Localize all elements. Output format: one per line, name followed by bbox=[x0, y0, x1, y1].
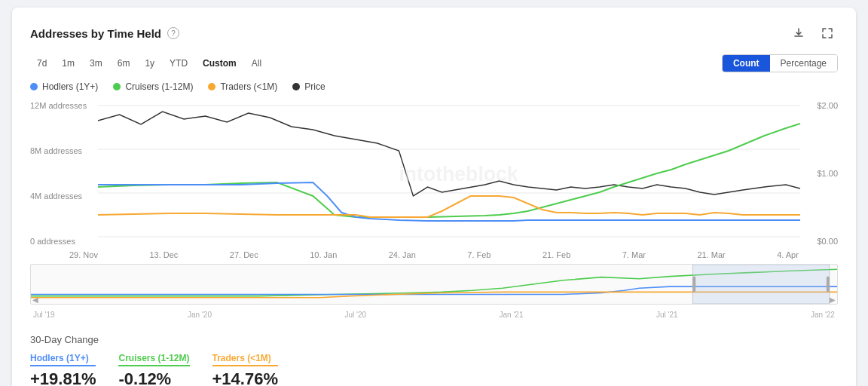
scroll-right-arrow[interactable]: ▶ bbox=[830, 296, 836, 304]
hodlers-change-label: Hodlers (1Y+) bbox=[30, 353, 96, 366]
cruisers-change-label: Cruisers (1-12M) bbox=[118, 353, 189, 366]
x-label-1: 13. Dec bbox=[149, 250, 178, 259]
main-chart-svg: intotheblock bbox=[98, 98, 800, 249]
time-btn-3m[interactable]: 3m bbox=[83, 56, 109, 71]
y-label-12m: 12M addresses bbox=[30, 101, 98, 110]
hodlers-change-value: +19.81% bbox=[30, 369, 96, 386]
cruisers-dot bbox=[113, 83, 121, 90]
help-icon[interactable]: ? bbox=[167, 27, 179, 39]
title-row: Addresses by Time Held ? bbox=[30, 27, 179, 40]
traders-dot bbox=[208, 83, 215, 90]
y-label-0: 0 addresses bbox=[30, 237, 98, 246]
legend-cruisers: Cruisers (1-12M) bbox=[113, 81, 193, 92]
legend-price: Price bbox=[292, 81, 325, 92]
thirty-day-traders: Traders (<1M) +14.76% bbox=[212, 353, 278, 386]
time-btn-7d[interactable]: 7d bbox=[30, 56, 53, 71]
x-axis-labels: 29. Nov 13. Dec 27. Dec 10. Jan 24. Jan … bbox=[30, 249, 838, 259]
thirty-day-cruisers: Cruisers (1-12M) -0.12% bbox=[118, 353, 189, 386]
x-label-2: 27. Dec bbox=[230, 250, 258, 259]
thirty-day-title: 30-Day Change bbox=[30, 334, 838, 345]
addresses-by-time-held-card: Addresses by Time Held ? 7d 1m 3m 6m 1y … bbox=[12, 8, 856, 386]
mini-x-4: Jul '21 bbox=[656, 311, 678, 319]
x-label-7: 7. Mar bbox=[622, 250, 646, 259]
y-right-2: $2.00 bbox=[803, 101, 838, 110]
x-label-6: 21. Feb bbox=[542, 250, 570, 259]
mini-chart-container[interactable]: ◀ ▶ bbox=[30, 264, 838, 305]
mini-x-2: Jul '20 bbox=[344, 311, 366, 319]
mini-x-labels: Jul '19 Jan '20 Jul '20 Jan '21 Jul '21 … bbox=[30, 311, 838, 319]
x-label-5: 7. Feb bbox=[467, 250, 491, 259]
time-btn-all[interactable]: All bbox=[245, 56, 268, 71]
mini-x-1: Jan '20 bbox=[188, 311, 212, 319]
traders-change-label: Traders (<1M) bbox=[212, 353, 278, 366]
svg-text:intotheblock: intotheblock bbox=[399, 161, 518, 185]
download-button[interactable] bbox=[788, 23, 809, 44]
price-dot bbox=[292, 83, 300, 90]
card-header: Addresses by Time Held ? bbox=[30, 23, 838, 44]
time-filter-row: 7d 1m 3m 6m 1y YTD Custom All Count Perc… bbox=[30, 54, 838, 72]
card-title: Addresses by Time Held bbox=[30, 27, 161, 40]
y-label-4m: 4M addresses bbox=[30, 191, 98, 201]
x-label-0: 29. Nov bbox=[69, 250, 98, 259]
legend-row: Hodlers (1Y+) Cruisers (1-12M) Traders (… bbox=[30, 81, 838, 92]
mini-scroll-arrows: ◀ ▶ bbox=[31, 295, 837, 304]
cruisers-label: Cruisers (1-12M) bbox=[125, 81, 193, 92]
hodlers-label: Hodlers (1Y+) bbox=[42, 81, 98, 92]
x-label-8: 21. Mar bbox=[697, 250, 725, 259]
x-label-4: 24. Jan bbox=[389, 250, 416, 259]
x-label-9: 4. Apr bbox=[777, 250, 799, 259]
y-axis-left: 12M addresses 8M addresses 4M addresses … bbox=[30, 98, 98, 249]
hodlers-dot bbox=[30, 83, 38, 90]
header-actions bbox=[788, 23, 838, 44]
time-btn-custom[interactable]: Custom bbox=[196, 56, 243, 71]
legend-hodlers: Hodlers (1Y+) bbox=[30, 81, 98, 92]
time-buttons: 7d 1m 3m 6m 1y YTD Custom All bbox=[30, 56, 268, 71]
price-label: Price bbox=[304, 81, 325, 92]
time-btn-1y[interactable]: 1y bbox=[138, 56, 161, 71]
mini-x-0: Jul '19 bbox=[33, 311, 55, 319]
y-right-1: $1.00 bbox=[803, 169, 838, 178]
svg-rect-6 bbox=[692, 277, 695, 293]
time-btn-6m[interactable]: 6m bbox=[111, 56, 137, 71]
legend-traders: Traders (<1M) bbox=[208, 81, 277, 92]
view-toggle: Count Percentage bbox=[722, 54, 838, 72]
time-btn-ytd[interactable]: YTD bbox=[163, 56, 194, 71]
thirty-day-hodlers: Hodlers (1Y+) +19.81% bbox=[30, 353, 96, 386]
y-label-8m: 8M addresses bbox=[30, 146, 98, 155]
scroll-left-arrow[interactable]: ◀ bbox=[32, 296, 38, 304]
svg-rect-7 bbox=[827, 277, 830, 293]
traders-label: Traders (<1M) bbox=[220, 81, 277, 92]
expand-button[interactable] bbox=[817, 23, 838, 44]
x-label-3: 10. Jan bbox=[310, 250, 337, 259]
cruisers-change-value: -0.12% bbox=[118, 369, 189, 386]
mini-x-5: Jan '22 bbox=[811, 311, 835, 319]
thirty-day-cols: Hodlers (1Y+) +19.81% Cruisers (1-12M) -… bbox=[30, 353, 838, 386]
view-btn-percentage[interactable]: Percentage bbox=[770, 55, 837, 72]
time-btn-1m[interactable]: 1m bbox=[55, 56, 81, 71]
traders-change-value: +14.76% bbox=[212, 369, 278, 386]
view-btn-count[interactable]: Count bbox=[723, 55, 770, 72]
y-right-0: $0.00 bbox=[803, 237, 838, 246]
mini-x-3: Jan '21 bbox=[500, 311, 524, 319]
thirty-day-section: 30-Day Change Hodlers (1Y+) +19.81% Crui… bbox=[30, 328, 838, 386]
